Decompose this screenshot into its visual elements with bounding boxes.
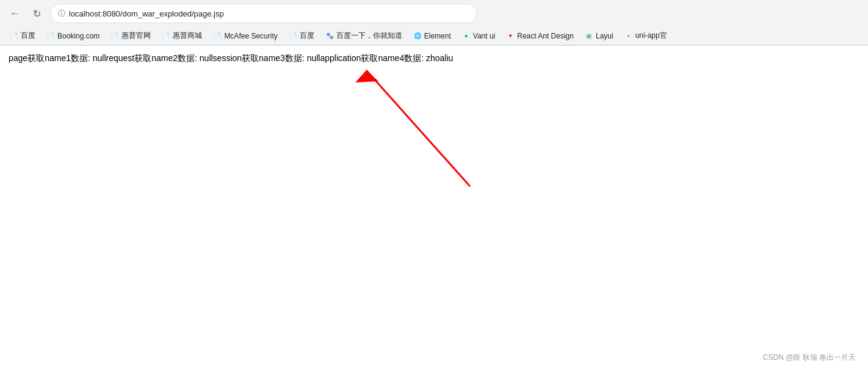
baidu-search-favicon: 🐾 bbox=[325, 32, 334, 40]
bookmark-booking[interactable]: 📄 Booking.com bbox=[42, 30, 104, 42]
baidu2-label: 百度 bbox=[300, 31, 314, 41]
element-label: Element bbox=[424, 32, 451, 40]
booking-label: Booking.com bbox=[57, 32, 99, 40]
address-text: localhost:8080/dom_war_exploded/page.jsp bbox=[69, 9, 224, 18]
bookmark-uni-app[interactable]: ▪ uni-app官 bbox=[620, 29, 672, 43]
layui-favicon: ▣ bbox=[585, 32, 593, 40]
page-output-text: page获取name1数据: nullrequest获取name2数据: nul… bbox=[9, 52, 859, 65]
page-content: page获取name1数据: nullrequest获取name2数据: nul… bbox=[0, 46, 868, 364]
element-favicon: 🌐 bbox=[413, 32, 422, 40]
mcafee-label: McAfee Security bbox=[224, 32, 277, 40]
uni-app-label: uni-app官 bbox=[635, 31, 667, 41]
bookmark-layui[interactable]: ▣ Layui bbox=[580, 30, 618, 42]
react-antd-label: React Ant Design bbox=[517, 32, 574, 40]
huipu-official-favicon: 📄 bbox=[110, 32, 119, 40]
mcafee-favicon: 📄 bbox=[213, 32, 222, 40]
annotation-arrow bbox=[330, 58, 488, 199]
baidu2-favicon: 📄 bbox=[289, 32, 297, 40]
bookmarks-bar: 📄 百度 📄 Booking.com 📄 惠普官网 📄 惠普商城 📄 McAfe… bbox=[0, 27, 868, 45]
bookmark-react-antd[interactable]: ✦ React Ant Design bbox=[501, 30, 579, 42]
huipu-official-label: 惠普官网 bbox=[121, 31, 151, 41]
svg-marker-1 bbox=[355, 70, 378, 82]
browser-toolbar: ← ↻ ⓘ localhost:8080/dom_war_exploded/pa… bbox=[0, 0, 868, 27]
reload-button[interactable]: ↻ bbox=[28, 5, 45, 22]
uni-app-favicon: ▪ bbox=[624, 32, 633, 40]
baidu-search-label: 百度一下，你就知道 bbox=[336, 31, 402, 41]
svg-line-0 bbox=[366, 70, 470, 186]
react-antd-favicon: ✦ bbox=[506, 32, 515, 40]
bookmark-element[interactable]: 🌐 Element bbox=[408, 30, 456, 42]
bookmark-huipu-official[interactable]: 📄 惠普官网 bbox=[106, 29, 156, 43]
info-icon: ⓘ bbox=[58, 9, 65, 19]
bookmark-baidu-search[interactable]: 🐾 百度一下，你就知道 bbox=[320, 29, 407, 43]
layui-label: Layui bbox=[596, 32, 613, 40]
bookmark-baidu1[interactable]: 📄 百度 bbox=[5, 29, 40, 43]
bookmark-baidu2[interactable]: 📄 百度 bbox=[284, 29, 319, 43]
footer-watermark: CSDN @跟 耿瑞 卷出一片天 bbox=[763, 353, 856, 363]
baidu1-favicon: 📄 bbox=[10, 32, 18, 40]
address-bar[interactable]: ⓘ localhost:8080/dom_war_exploded/page.j… bbox=[50, 4, 477, 23]
watermark-text: CSDN @跟 耿瑞 卷出一片天 bbox=[763, 353, 856, 362]
huipu-mall-label: 惠普商城 bbox=[173, 31, 202, 41]
browser-chrome: ← ↻ ⓘ localhost:8080/dom_war_exploded/pa… bbox=[0, 0, 868, 46]
bookmark-vant[interactable]: ● Vant ui bbox=[457, 30, 500, 42]
huipu-mall-favicon: 📄 bbox=[162, 32, 170, 40]
booking-favicon: 📄 bbox=[46, 32, 55, 40]
vant-label: Vant ui bbox=[473, 32, 495, 40]
back-button[interactable]: ← bbox=[6, 5, 23, 22]
bookmark-mcafee[interactable]: 📄 McAfee Security bbox=[208, 30, 282, 42]
baidu1-label: 百度 bbox=[21, 31, 35, 41]
vant-favicon: ● bbox=[462, 32, 471, 40]
bookmark-huipu-mall[interactable]: 📄 惠普商城 bbox=[157, 29, 207, 43]
